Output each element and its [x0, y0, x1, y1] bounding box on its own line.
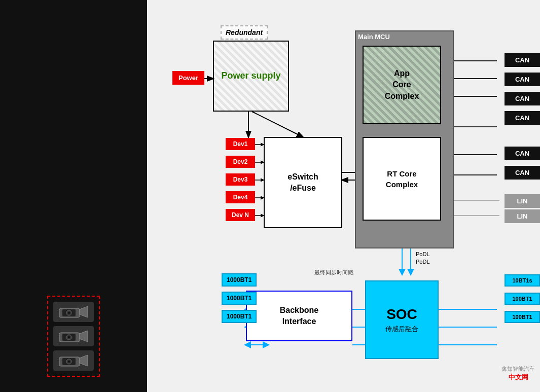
- power-supply-text: Power supply: [221, 70, 280, 82]
- backbone-box: Backbone Interface: [246, 291, 352, 341]
- lin-box-2: LIN: [505, 209, 540, 223]
- watermark: 禽知智能汽车 中文网: [501, 365, 535, 382]
- svg-line-17: [252, 112, 303, 137]
- can-box-2: CAN: [505, 73, 540, 86]
- bt1-label-1: 1000BT1: [222, 273, 257, 287]
- backbone-text: Backbone Interface: [280, 305, 318, 328]
- right-bt-label-3: 100BT1: [505, 311, 540, 323]
- podl-label-2: PoDL: [416, 259, 430, 265]
- bt1-label-2: 1000BT1: [222, 292, 257, 305]
- svg-marker-11: [80, 355, 88, 366]
- camera-icon-3: [53, 350, 94, 371]
- svg-point-4: [68, 312, 70, 314]
- soc-box: SOC 传感后融合: [365, 280, 439, 359]
- right-bt-label-2: 100BT1: [505, 293, 540, 305]
- devn-btn[interactable]: Dev N: [226, 209, 255, 221]
- svg-marker-1: [80, 306, 88, 317]
- soc-label: SOC: [386, 306, 417, 323]
- dev1-btn[interactable]: Dev1: [226, 138, 255, 150]
- power-supply-box: Power supply: [213, 41, 289, 112]
- dev2-btn[interactable]: Dev2: [226, 156, 255, 168]
- app-core-text: App Core Complex: [385, 68, 419, 102]
- right-bt-label-1: 10BT1s: [505, 274, 540, 287]
- redundant-label: Redundant: [221, 25, 268, 40]
- lin-box-1: LIN: [505, 194, 540, 208]
- svg-marker-6: [80, 331, 88, 342]
- power-button[interactable]: Power: [172, 71, 204, 85]
- main-diagram: Redundant Power supply Power Main MCU Ap…: [147, 0, 540, 392]
- can-box-1: CAN: [505, 53, 540, 67]
- svg-point-14: [68, 361, 70, 363]
- sync-label: 最终同步时间戳: [314, 269, 353, 276]
- eswitch-box: eSwitch /eFuse: [264, 137, 342, 228]
- diagram-container: Redundant Power supply Power Main MCU Ap…: [147, 0, 540, 392]
- left-panel: [0, 0, 147, 392]
- app-core-box: App Core Complex: [363, 46, 441, 124]
- rt-core-text: RT Core Complex: [386, 168, 418, 190]
- rt-core-box: RT Core Complex: [363, 137, 441, 221]
- can-box-4: CAN: [505, 147, 540, 160]
- camera-icon-2: [53, 326, 94, 346]
- main-mcu-label: Main MCU: [356, 32, 392, 42]
- eswitch-text: eSwitch /eFuse: [287, 171, 318, 194]
- dev3-btn[interactable]: Dev3: [226, 173, 255, 186]
- podl-label-1: PoDL: [416, 251, 430, 257]
- svg-point-9: [68, 336, 70, 338]
- bt1-label-3: 1000BT1: [222, 310, 257, 323]
- can-box-3: CAN: [505, 92, 540, 105]
- can-box-6: CAN: [505, 111, 540, 125]
- can-box-5: CAN: [505, 166, 540, 180]
- dev4-btn[interactable]: Dev4: [226, 191, 255, 203]
- soc-sublabel: 传感后融合: [385, 325, 418, 334]
- camera-icon-1: [53, 302, 94, 322]
- camera-group: [47, 296, 100, 377]
